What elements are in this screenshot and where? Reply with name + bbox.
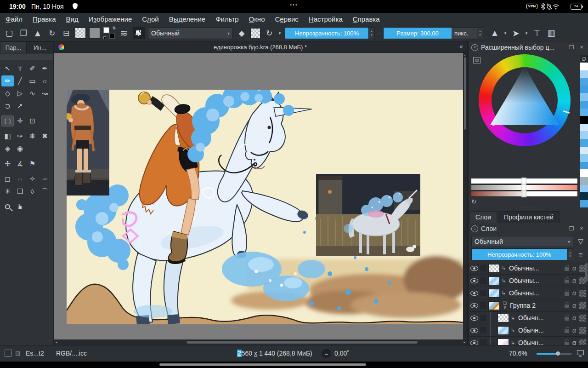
tool-line[interactable]: ╱ — [14, 75, 26, 86]
layer-name[interactable]: Обычн... — [518, 327, 563, 334]
tool-contiguous-select[interactable]: ✳ — [1, 186, 14, 197]
layer-thumbnail[interactable] — [488, 289, 500, 298]
alpha-lock-icon[interactable]: α — [571, 277, 577, 284]
blend-mode-dropdown[interactable]: Обычный ▾ — [148, 27, 233, 39]
chevron-down-icon[interactable]: ▾ — [278, 28, 282, 39]
history-swatch[interactable] — [580, 70, 588, 78]
history-swatch[interactable] — [580, 192, 588, 200]
new-document-icon[interactable]: ▢ — [4, 28, 15, 39]
tool-pattern-edit[interactable]: ❋ — [26, 131, 39, 142]
tool-ellipse-select[interactable]: ◌ — [14, 173, 26, 184]
selection-mode-icon[interactable] — [5, 350, 11, 356]
layer-name[interactable]: Группа 2 — [510, 302, 563, 309]
history-swatch[interactable] — [580, 169, 588, 177]
history-swatch[interactable] — [580, 154, 588, 162]
layer-name[interactable]: Обычны... — [509, 289, 563, 297]
close-icon[interactable]: × — [578, 225, 585, 232]
tool-polyline[interactable]: ▷ — [14, 88, 26, 99]
zoom-slider[interactable] — [537, 353, 571, 355]
history-swatch[interactable] — [580, 147, 588, 155]
menu-view[interactable]: Вид — [66, 15, 79, 23]
brush-size-slider[interactable]: Размер: 300,00 пикс. ▴▾ — [383, 27, 483, 39]
menu-select[interactable]: Выделение — [169, 15, 206, 23]
chevron-down-icon[interactable]: ▾ — [525, 28, 528, 39]
visibility-icon[interactable] — [470, 328, 478, 333]
reference-image-unicorn[interactable] — [316, 174, 420, 256]
menu-edit[interactable]: Правка — [33, 15, 56, 23]
tool-reference-images[interactable]: ⚑ — [26, 158, 39, 169]
chevron-down-icon[interactable]: ▾ — [503, 28, 507, 39]
reload-preset-icon[interactable]: ↻ — [264, 28, 275, 39]
history-swatch[interactable] — [580, 162, 588, 170]
image-size-info[interactable]: 2560 x 1 440 (268,8 МиБ) — [237, 350, 312, 357]
alpha-lock-icon[interactable]: α — [571, 314, 577, 322]
tool-edit-shapes[interactable]: ✐ — [26, 63, 39, 74]
horizontal-scroll-thumb[interactable] — [186, 340, 418, 344]
canvas-artwork[interactable] — [54, 53, 463, 339]
float-icon[interactable]: ❐ — [568, 44, 575, 51]
selector-shape-icon[interactable]: ▤ — [473, 57, 481, 63]
visibility-icon[interactable] — [470, 291, 478, 296]
shade-slider-3[interactable] — [471, 191, 578, 197]
menu-settings[interactable]: Настройка — [309, 15, 343, 23]
swap-colors-icon[interactable]: ⇅ — [112, 26, 116, 30]
shade-slider-1[interactable] — [471, 178, 578, 184]
zoom-level[interactable]: 70,6% — [509, 350, 527, 357]
tool-bezier[interactable]: ∿ — [26, 88, 39, 99]
tab-layers[interactable]: Слои — [469, 211, 497, 223]
tool-rect-select[interactable]: ◻ — [1, 173, 14, 184]
tool-assistants[interactable]: ✣ — [1, 158, 14, 169]
layer-row[interactable]: ↳ Обычны... α — [469, 275, 588, 287]
layer-opacity-slider[interactable]: Непрозрачность: 100% ▴▾ — [471, 248, 573, 260]
splitter-handle[interactable]: ······ — [469, 206, 588, 210]
layer-list-scrollbar[interactable] — [585, 263, 588, 282]
fit-screen-icon[interactable] — [577, 350, 584, 355]
lock-icon[interactable] — [565, 267, 569, 271]
document-title[interactable]: единорожка бдо.kra (268,8 МиБ) * — [65, 44, 456, 51]
layer-name[interactable]: Обычны... — [509, 264, 563, 272]
visibility-icon[interactable] — [470, 266, 478, 271]
alpha-lock-icon[interactable]: α — [571, 264, 577, 272]
tool-calligraphy[interactable]: ✒ — [39, 63, 51, 74]
pattern-chooser[interactable] — [89, 28, 100, 39]
tool-transform[interactable]: ▢ — [1, 115, 14, 126]
alpha-lock-icon[interactable]: α — [571, 327, 577, 334]
color-profile[interactable]: RGB/....icc — [56, 350, 87, 357]
layer-row[interactable]: ↳ Обычны... α — [469, 287, 588, 299]
tool-magnetic-select[interactable]: ⌒ — [39, 186, 51, 197]
tool-zoom[interactable] — [1, 201, 14, 212]
split-view-icon[interactable]: ⊟ — [61, 28, 72, 39]
tab-tool-options[interactable]: Пар... — [0, 41, 27, 53]
alpha-lock-icon[interactable]: α — [571, 289, 577, 297]
brush-profile[interactable]: Es...t2 — [26, 350, 44, 357]
history-swatch[interactable] — [580, 86, 588, 93]
scroll-up-icon[interactable]: ▴ — [463, 53, 467, 57]
canvas-viewport[interactable] — [54, 53, 463, 339]
tool-crop[interactable]: ⊡ — [26, 115, 39, 126]
history-swatch[interactable] — [580, 200, 588, 208]
history-swatch[interactable] — [580, 101, 588, 109]
history-swatch[interactable] — [580, 93, 588, 101]
shade-slider-2[interactable] — [471, 184, 578, 190]
undo-icon[interactable]: ↻ — [46, 28, 57, 39]
alpha-lock-icon[interactable]: α — [571, 302, 577, 309]
history-swatch[interactable] — [580, 185, 588, 193]
visibility-icon[interactable] — [470, 278, 478, 283]
gesture-pill[interactable] — [159, 363, 366, 366]
tool-polygon[interactable]: ◇ — [1, 88, 14, 99]
tool-freehand-select[interactable]: ∽ — [39, 173, 51, 184]
tool-move[interactable]: ✛ — [14, 115, 26, 126]
tool-bezier-select[interactable]: ◊ — [26, 186, 39, 197]
scroll-left-icon[interactable]: ◂ — [56, 339, 57, 345]
menu-window[interactable]: Окно — [249, 15, 265, 23]
tool-select-shapes[interactable]: ↖ — [1, 63, 14, 74]
menu-image[interactable]: Изображение — [89, 15, 132, 23]
scroll-right-icon[interactable]: ▸ — [464, 339, 465, 345]
brush-size-indicator-icon[interactable] — [16, 351, 20, 356]
layer-thumbnail[interactable] — [498, 314, 509, 322]
history-swatch[interactable] — [580, 139, 588, 147]
tool-fill[interactable]: ◈ — [1, 143, 14, 154]
history-swatch[interactable] — [580, 177, 588, 185]
layer-name[interactable]: Обычны... — [509, 277, 563, 284]
layer-row[interactable]: ↳ Обычн... α — [469, 312, 588, 324]
